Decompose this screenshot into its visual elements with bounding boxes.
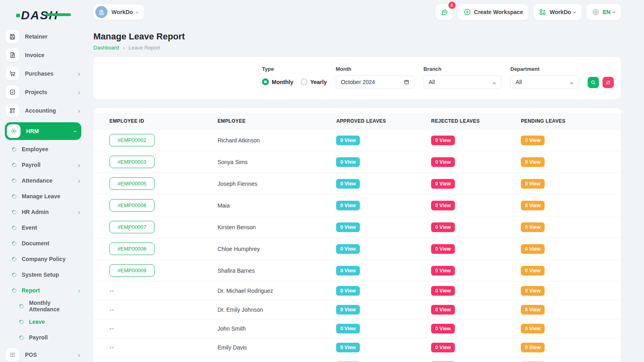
filter-actions: [588, 77, 614, 88]
branch-select[interactable]: All ⌄: [423, 75, 502, 89]
approved-leaves-view-button[interactable]: 0 View: [336, 179, 360, 189]
column-header: EMPLOYEE: [209, 113, 328, 130]
sidebar-item-hrm[interactable]: HRM›: [5, 122, 81, 140]
reset-filter-button[interactable]: [603, 77, 614, 88]
employee-id-badge[interactable]: #EMP00008: [109, 243, 155, 255]
pending-leaves-view-button[interactable]: 0 View: [521, 324, 545, 333]
approved-leaves-view-button[interactable]: 0 View: [336, 244, 360, 254]
sidebar-item-system-setup[interactable]: System Setup: [0, 269, 85, 280]
sidebar-item-company-policy[interactable]: Company Policy: [0, 254, 85, 264]
page-title: Manage Leave Report: [93, 31, 621, 42]
sidebar-item-label: Payroll: [22, 162, 73, 168]
rejected-leaves-view-button[interactable]: 0 View: [431, 179, 455, 189]
sidebar-item-projects[interactable]: Projects›: [0, 85, 85, 99]
messages-count-badge: 0: [448, 2, 456, 9]
pending-leaves-view-button[interactable]: 0 View: [521, 201, 545, 210]
invoice-icon: [6, 48, 19, 62]
rejected-leaves-view-button[interactable]: 0 View: [431, 343, 455, 352]
chevron-down-icon: ›: [72, 130, 79, 132]
sidebar-item-accounting[interactable]: Accounting›: [0, 104, 85, 117]
sidebar-item-manage-leave[interactable]: Manage Leave: [0, 191, 85, 202]
pending-leaves-view-button[interactable]: 0 View: [521, 136, 545, 145]
approved-leaves-view-button[interactable]: 0 View: [336, 266, 360, 276]
rejected-leaves-view-button[interactable]: 0 View: [431, 266, 455, 276]
leave-report-table: EMPLOYEE IDEMPLOYEEAPPROVED LEAVESREJECT…: [93, 113, 621, 362]
radio-monthly-control[interactable]: [262, 78, 269, 85]
sidebar-item-payroll[interactable]: Payroll›: [0, 160, 85, 170]
page-header: Manage Leave Report Dashboard › Leave Re…: [93, 31, 621, 51]
pending-leaves-view-button[interactable]: 0 View: [521, 266, 545, 276]
sidebar-item-hr-admin[interactable]: HR Admin›: [0, 207, 85, 217]
sidebar-item-monthly-attendance[interactable]: Monthly Attendance: [0, 301, 85, 311]
sidebar-item-purchases[interactable]: Purchases›: [0, 67, 85, 80]
app-logo[interactable]: DASH: [21, 5, 85, 26]
employee-id-badge[interactable]: #EMP00007: [109, 221, 155, 233]
filter-card: Type Monthly Yearly Month October 2024: [93, 57, 621, 99]
employee-id-badge[interactable]: #EMP00005: [109, 177, 155, 190]
employee-id-badge[interactable]: #EMP00006: [109, 199, 155, 212]
approved-leaves-view-button[interactable]: 0 View: [336, 136, 360, 145]
rejected-leaves-view-button[interactable]: 0 View: [431, 305, 455, 315]
workspace-switcher[interactable]: WorkDo ›: [93, 4, 144, 20]
pending-leaves-view-button[interactable]: 0 View: [521, 244, 545, 254]
pending-leaves-view-button[interactable]: 0 View: [521, 157, 545, 167]
main-content: WorkDo › 0 Create Workspace WorkDo › EN …: [93, 0, 644, 362]
chevron-right-icon: ›: [78, 107, 80, 114]
pending-leaves-view-button[interactable]: 0 View: [521, 222, 545, 232]
department-select[interactable]: All ⌄: [510, 75, 579, 89]
rejected-leaves-view-button[interactable]: 0 View: [431, 286, 455, 296]
sidebar-item-document[interactable]: Document: [0, 238, 85, 249]
approved-leaves-view-button[interactable]: 0 View: [336, 343, 360, 352]
approved-leaves-view-button[interactable]: 0 View: [336, 286, 360, 296]
employee-name: Joseph Fiennes: [209, 173, 328, 195]
approved-leaves-view-button[interactable]: 0 View: [336, 201, 360, 210]
create-workspace-button[interactable]: Create Workspace: [458, 4, 529, 20]
apply-filter-button[interactable]: [588, 77, 599, 88]
workspace-menu-button[interactable]: WorkDo ›: [533, 4, 582, 20]
rejected-leaves-view-button[interactable]: 0 View: [431, 244, 455, 254]
bullet-icon: [11, 209, 18, 215]
pending-leaves-view-button[interactable]: 0 View: [521, 286, 545, 296]
sidebar-item-employee[interactable]: Employee: [0, 144, 85, 154]
breadcrumb-dashboard-link[interactable]: Dashboard: [93, 45, 119, 51]
employee-name: Shafira Barnes: [209, 260, 328, 282]
sidebar-item-report[interactable]: Report›: [0, 285, 85, 296]
employee-id-badge[interactable]: #EMP00002: [109, 134, 155, 146]
messages-button[interactable]: 0: [436, 4, 453, 20]
chevron-right-icon: ›: [78, 177, 80, 184]
approved-leaves-view-button[interactable]: 0 View: [336, 222, 360, 232]
rejected-leaves-view-button[interactable]: 0 View: [431, 324, 455, 333]
radio-yearly-control[interactable]: [301, 78, 308, 85]
rejected-leaves-view-button[interactable]: 0 View: [431, 201, 455, 210]
employee-id-badge[interactable]: #EMP00009: [109, 264, 155, 277]
sidebar-item-retainer[interactable]: Retainer: [0, 30, 85, 43]
month-input[interactable]: October 2024: [336, 75, 415, 89]
employee-name: Richard Atkinson: [209, 130, 328, 151]
pending-leaves-view-button[interactable]: 0 View: [521, 305, 545, 315]
approved-leaves-view-button[interactable]: 0 View: [336, 157, 360, 167]
calendar-icon[interactable]: [404, 79, 409, 85]
employee-name: Dr. Michael Rodriguez: [209, 282, 328, 300]
pending-leaves-view-button[interactable]: 0 View: [521, 179, 545, 189]
bullet-icon: [11, 272, 18, 278]
pending-leaves-view-button[interactable]: 0 View: [521, 343, 545, 352]
approved-leaves-view-button[interactable]: 0 View: [336, 324, 360, 333]
radio-monthly[interactable]: Monthly: [262, 78, 293, 85]
rejected-leaves-view-button[interactable]: 0 View: [431, 136, 455, 145]
bullet-icon: [11, 162, 18, 168]
radio-yearly[interactable]: Yearly: [301, 78, 327, 85]
sidebar-item-payroll[interactable]: Payroll: [0, 332, 85, 343]
sidebar-item-invoice[interactable]: Invoice: [0, 48, 85, 62]
sidebar-item-event[interactable]: Event: [0, 222, 85, 233]
sidebar-item-pos[interactable]: POS›: [0, 348, 85, 362]
sidebar-item-attendance[interactable]: Attendance›: [0, 175, 85, 186]
rejected-leaves-view-button[interactable]: 0 View: [431, 222, 455, 232]
table-row: #EMP00005Joseph Fiennes0 View0 View0 Vie…: [93, 173, 621, 195]
language-label: EN: [603, 9, 610, 15]
sidebar-item-leave[interactable]: Leave: [0, 317, 85, 327]
employee-id-badge[interactable]: #EMP00003: [109, 156, 155, 168]
logo-accent-bar: [46, 13, 71, 16]
approved-leaves-view-button[interactable]: 0 View: [336, 305, 360, 315]
language-button[interactable]: EN ›: [586, 4, 621, 20]
rejected-leaves-view-button[interactable]: 0 View: [431, 157, 455, 167]
